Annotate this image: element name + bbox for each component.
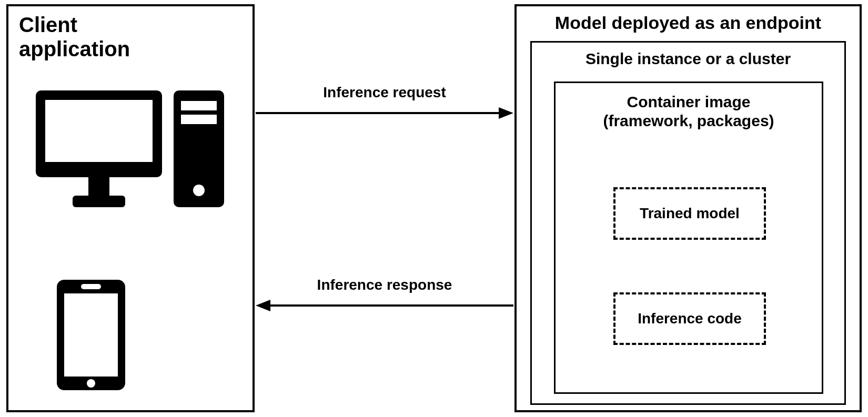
smartphone-icon — [57, 280, 125, 390]
container-title: Container image (framework, packages) — [556, 93, 822, 130]
svg-rect-3 — [73, 196, 125, 207]
diagram-canvas: Client application — [0, 0, 868, 417]
client-title: Client application — [19, 13, 130, 61]
svg-rect-10 — [81, 284, 101, 289]
svg-point-11 — [87, 379, 95, 388]
response-label: Inference response — [256, 277, 513, 293]
trained-model-label: Trained model — [640, 205, 740, 222]
container-box: Container image (framework, packages) Tr… — [554, 82, 823, 394]
request-arrow: Inference request — [256, 84, 513, 121]
svg-rect-9 — [64, 293, 118, 377]
svg-marker-13 — [499, 107, 513, 119]
endpoint-box: Model deployed as an endpoint Single ins… — [514, 4, 862, 412]
container-title-line2: (framework, packages) — [556, 111, 822, 130]
cluster-title: Single instance or a cluster — [532, 50, 844, 68]
endpoint-title: Model deployed as an endpoint — [517, 13, 860, 33]
svg-point-7 — [193, 185, 205, 196]
svg-rect-2 — [88, 177, 109, 196]
response-arrow: Inference response — [256, 277, 513, 313]
client-box: Client application — [6, 4, 255, 412]
inference-code-box: Inference code — [613, 292, 766, 345]
request-label: Inference request — [256, 84, 513, 101]
client-title-line1: Client application — [19, 13, 130, 61]
svg-rect-5 — [181, 101, 217, 110]
trained-model-box: Trained model — [613, 187, 766, 240]
inference-code-label: Inference code — [638, 310, 742, 327]
svg-rect-1 — [45, 100, 153, 162]
svg-rect-6 — [181, 115, 217, 124]
cluster-box: Single instance or a cluster Container i… — [530, 41, 846, 405]
desktop-icon — [36, 90, 225, 222]
container-title-line1: Container image — [556, 93, 822, 111]
svg-marker-15 — [256, 300, 270, 311]
